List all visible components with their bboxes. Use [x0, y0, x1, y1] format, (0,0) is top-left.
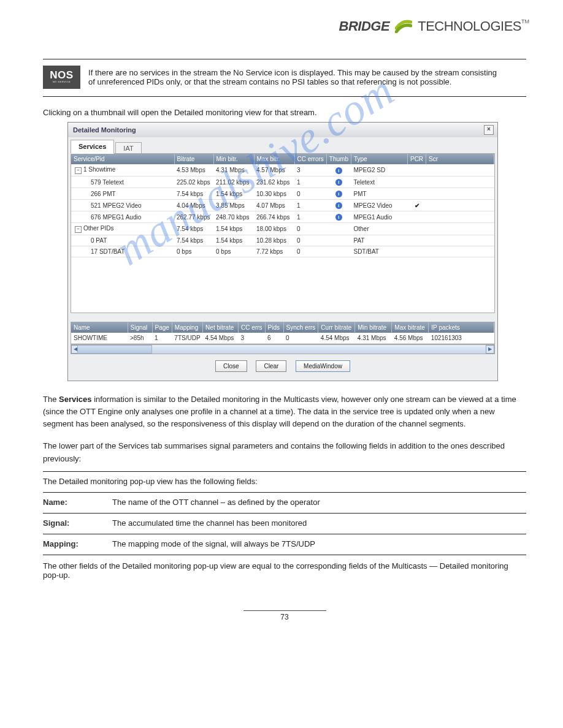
- table-row[interactable]: −Other PIDs7.54 kbps1.54 kbps18.00 kbps0…: [71, 223, 494, 235]
- table-row[interactable]: 266 PMT7.54 kbps1.54 kbps10.30 kbps0iPMT: [71, 188, 494, 200]
- scol-signal[interactable]: Signal: [128, 322, 152, 333]
- col-max[interactable]: Max bitr.: [254, 154, 294, 164]
- col-thumb[interactable]: Thumb: [326, 154, 351, 164]
- tabs: Services IAT: [68, 137, 497, 154]
- cell-thumb: [326, 223, 351, 235]
- cell-thumb: i: [326, 188, 351, 200]
- table-row[interactable]: −1 Showtime4.53 Mbps4.31 Mbps4.57 Mbps3i…: [71, 164, 494, 176]
- info-icon[interactable]: i: [335, 214, 342, 221]
- def-row-mapping: Mapping: The mapping mode of the signal,…: [43, 539, 526, 548]
- summary-row[interactable]: SHOWTIME >85h 1 7TS/UDP 4.54 Mbps 3 6 0 …: [71, 333, 494, 344]
- def-term: Name:: [43, 498, 110, 507]
- cell-scr: [426, 211, 494, 223]
- scroll-thumb[interactable]: [77, 345, 152, 354]
- cell-max: 10.30 kbps: [254, 188, 294, 200]
- cell-scr: [426, 164, 494, 176]
- horizontal-scrollbar[interactable]: ◀ ▶: [71, 344, 495, 354]
- close-button[interactable]: Close: [215, 360, 247, 372]
- logo-tm: TM: [521, 18, 529, 25]
- window-title-bar: Detailed Monitoring ×: [68, 123, 497, 137]
- cell-type: MPEG2 Video: [351, 200, 407, 211]
- col-type[interactable]: Type: [351, 154, 407, 164]
- table-row[interactable]: 521 MPEG2 Video4.04 Mbps3.85 Mbps4.07 Mb…: [71, 200, 494, 211]
- cell-scr: [426, 223, 494, 235]
- summary-header-row: Name Signal Page Mapping Net bitrate CC …: [71, 322, 494, 333]
- clear-button[interactable]: Clear: [256, 360, 286, 372]
- def-footer-text: The other fields of the Detailed monitor…: [43, 561, 526, 580]
- nos-label: NOS: [43, 66, 80, 82]
- table-row[interactable]: 17 SDT/BAT0 bps0 bps7.72 kbps0SDT/BAT: [71, 246, 494, 257]
- cell-thumb: i: [326, 211, 351, 223]
- cell-bitrate: 4.04 Mbps: [174, 200, 213, 211]
- scol-page[interactable]: Page: [152, 322, 172, 333]
- info-icon[interactable]: i: [335, 202, 342, 209]
- scol-net[interactable]: Net bitrate: [203, 322, 239, 333]
- cell-pcr: [407, 223, 426, 235]
- col-service[interactable]: Service/Pid: [71, 154, 174, 164]
- scell-curr: 4.54 Mbps: [318, 333, 355, 344]
- cell-scr: [426, 200, 494, 211]
- col-bitrate[interactable]: Bitrate: [174, 154, 213, 164]
- row-name: Other PIDs: [83, 225, 113, 232]
- cell-cc: 3: [294, 164, 326, 176]
- def-term: Mapping:: [43, 539, 110, 548]
- paragraph-2: The lower part of the Services tab summa…: [43, 440, 526, 464]
- scol-ip[interactable]: IP packets: [429, 322, 494, 333]
- tree-toggle-icon[interactable]: −: [75, 167, 82, 174]
- services-grid: Service/Pid Bitrate Min bitr. Max bitr. …: [71, 153, 495, 313]
- cell-scr: [426, 235, 494, 246]
- logo-bridge-text: BRIDGE: [339, 18, 390, 34]
- tab-iat[interactable]: IAT: [115, 142, 141, 154]
- info-icon[interactable]: i: [335, 167, 342, 174]
- scol-min[interactable]: Min bitrate: [355, 322, 392, 333]
- row-name: 676 MPEG1 Audio: [91, 214, 141, 221]
- cell-cc: 1: [294, 211, 326, 223]
- def-row-name: Name: The name of the OTT channel – as d…: [43, 498, 526, 507]
- mediawindow-button[interactable]: MediaWindow: [296, 360, 350, 372]
- cell-cc: 0: [294, 246, 326, 257]
- scroll-right-icon[interactable]: ▶: [486, 345, 494, 354]
- info-icon[interactable]: i: [335, 179, 342, 186]
- definitions: The Detailed monitoring pop-up view has …: [43, 471, 526, 580]
- cell-bitrate: 262.77 kbps: [174, 211, 213, 223]
- scol-name[interactable]: Name: [71, 322, 128, 333]
- page-number: 73: [243, 610, 326, 621]
- table-row[interactable]: 579 Teletext225.02 kbps211.02 kbps231.62…: [71, 176, 494, 188]
- header-logo: BRIDGE TECHNOLOGIESTM: [43, 18, 529, 34]
- col-cc[interactable]: CC errors: [294, 154, 326, 164]
- cell-max: 4.57 Mbps: [254, 164, 294, 176]
- table-row[interactable]: 0 PAT7.54 kbps1.54 kbps10.28 kbps0PAT: [71, 235, 494, 246]
- col-pcr[interactable]: PCR: [407, 154, 426, 164]
- separator: [43, 492, 526, 493]
- nos-row: NOS NO SERVICE If there are no services …: [43, 66, 526, 89]
- separator: [43, 555, 526, 555]
- tab-services[interactable]: Services: [71, 140, 114, 154]
- cell-min: 1.54 kbps: [213, 223, 254, 235]
- cell-type: MPEG2 SD: [351, 164, 407, 176]
- scol-mapping[interactable]: Mapping: [172, 322, 202, 333]
- cell-cc: 1: [294, 200, 326, 211]
- tree-toggle-icon[interactable]: −: [75, 226, 82, 233]
- cell-pcr: [407, 235, 426, 246]
- detailed-monitoring-window: Detailed Monitoring × Services IAT Servi…: [67, 122, 498, 381]
- scol-synch[interactable]: Synch errs: [283, 322, 318, 333]
- cell-scr: [426, 246, 494, 257]
- cell-min: 3.85 Mbps: [213, 200, 254, 211]
- scol-cc[interactable]: CC errs: [239, 322, 265, 333]
- col-min[interactable]: Min bitr.: [213, 154, 254, 164]
- scol-curr[interactable]: Curr bitrate: [318, 322, 355, 333]
- close-icon[interactable]: ×: [484, 125, 494, 135]
- separator: [43, 471, 526, 472]
- nos-sub: NO SERVICE: [43, 80, 80, 83]
- cell-type: Other: [351, 223, 407, 235]
- cell-min: 0 bps: [213, 246, 254, 257]
- info-icon[interactable]: i: [335, 191, 342, 197]
- col-scr[interactable]: Scr: [426, 154, 494, 164]
- cell-cc: 1: [294, 176, 326, 188]
- scell-signal: >85h: [128, 333, 152, 344]
- cell-bitrate: 7.54 kbps: [174, 188, 213, 200]
- scol-pids[interactable]: Pids: [265, 322, 283, 333]
- cell-scr: [426, 188, 494, 200]
- scol-max[interactable]: Max bitrate: [392, 322, 429, 333]
- table-row[interactable]: 676 MPEG1 Audio262.77 kbps248.70 kbps266…: [71, 211, 494, 223]
